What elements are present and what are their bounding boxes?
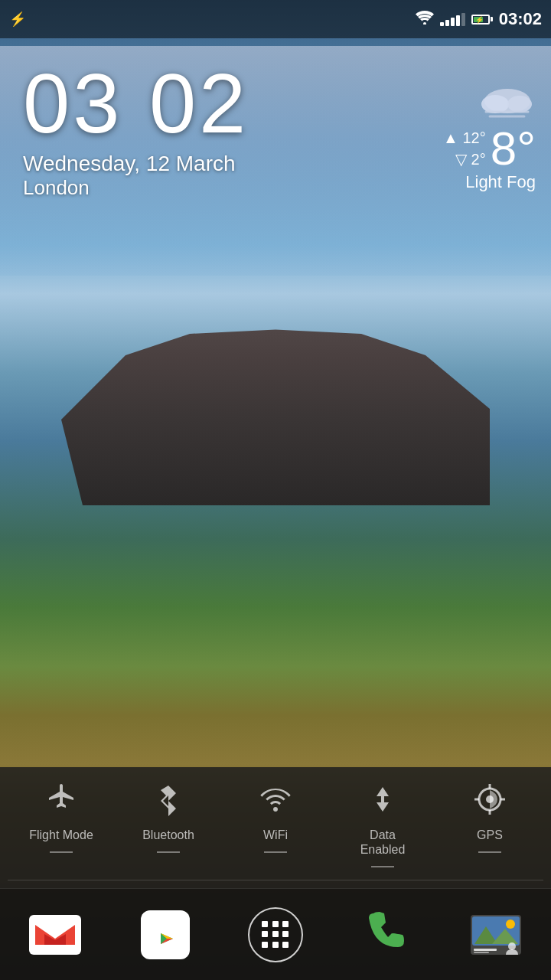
signal-bars bbox=[440, 13, 465, 26]
drawer-dot bbox=[262, 942, 268, 948]
qs-bluetooth-indicator bbox=[157, 851, 180, 853]
status-left: ⚡ bbox=[9, 11, 26, 28]
play-store-icon-wrap bbox=[138, 907, 193, 962]
bluetooth-icon bbox=[152, 782, 185, 822]
temp-low: 2° bbox=[471, 151, 486, 168]
wifi-status-icon bbox=[416, 11, 434, 28]
svg-point-27 bbox=[508, 942, 516, 950]
usb-icon: ⚡ bbox=[9, 11, 26, 28]
qs-flight-mode[interactable]: Flight Mode bbox=[8, 782, 115, 853]
dock-item-play-store[interactable] bbox=[138, 907, 193, 962]
temp-range: ▲ 12° ▽ 2° bbox=[443, 127, 486, 170]
gmail-icon bbox=[29, 915, 81, 955]
weather-temps: ▲ 12° ▽ 2° 8° bbox=[443, 125, 536, 172]
dock-item-app-drawer[interactable] bbox=[248, 907, 303, 962]
people-icon-wrap bbox=[468, 907, 523, 962]
quick-settings-panel: Flight Mode Bluetooth W bbox=[0, 767, 551, 888]
phone-icon bbox=[363, 907, 409, 962]
app-drawer-button[interactable] bbox=[248, 907, 303, 962]
qs-gps-label: GPS bbox=[477, 828, 503, 842]
phone-icon-wrap bbox=[358, 907, 413, 962]
dock-item-people[interactable] bbox=[468, 907, 523, 962]
svg-point-0 bbox=[423, 22, 426, 24]
people-icon bbox=[471, 915, 521, 955]
qs-wifi[interactable]: WiFi bbox=[222, 782, 329, 853]
drawer-dot bbox=[262, 931, 268, 937]
gps-icon bbox=[473, 782, 507, 822]
clock-widget[interactable]: 03 02 Wednesday, 12 March London bbox=[23, 61, 249, 200]
qs-separator bbox=[8, 880, 543, 880]
svg-rect-26 bbox=[474, 952, 489, 953]
battery-icon: ⚡ bbox=[471, 15, 493, 24]
qs-data-enabled-label: DataEnabled bbox=[360, 828, 406, 857]
status-right: ⚡ 03:02 bbox=[416, 9, 542, 29]
dock-item-gmail[interactable] bbox=[28, 907, 83, 962]
qs-flight-mode-label: Flight Mode bbox=[29, 828, 93, 842]
weather-icon-area bbox=[443, 84, 536, 122]
drawer-dot bbox=[282, 921, 289, 927]
qs-gps[interactable]: GPS bbox=[436, 782, 543, 853]
status-bar: ⚡ ⚡ 03 bbox=[0, 0, 551, 38]
temp-high: 12° bbox=[462, 129, 485, 146]
quick-settings-row: Flight Mode Bluetooth W bbox=[8, 782, 543, 867]
drawer-dot bbox=[272, 931, 279, 937]
drawer-dot bbox=[282, 942, 289, 948]
qs-data-enabled-indicator bbox=[371, 866, 394, 867]
svg-rect-25 bbox=[474, 949, 497, 951]
drawer-dot bbox=[262, 921, 268, 927]
qs-bluetooth-label: Bluetooth bbox=[142, 828, 194, 842]
qs-gps-indicator bbox=[478, 851, 501, 853]
svg-point-3 bbox=[507, 96, 532, 113]
qs-data-enabled[interactable]: DataEnabled bbox=[329, 782, 436, 867]
qs-wifi-label: WiFi bbox=[263, 828, 288, 842]
gmail-icon-wrap bbox=[28, 907, 83, 962]
qs-wifi-indicator bbox=[264, 851, 287, 853]
dock-item-phone[interactable] bbox=[358, 907, 413, 962]
weather-cloud-icon bbox=[478, 84, 536, 119]
flight-mode-icon bbox=[44, 782, 78, 822]
svg-point-2 bbox=[481, 95, 509, 113]
data-enabled-icon bbox=[366, 782, 399, 822]
dock bbox=[0, 888, 551, 980]
drawer-dot bbox=[272, 942, 279, 948]
temp-current: 8° bbox=[491, 125, 536, 172]
wifi-icon bbox=[259, 782, 292, 822]
drawer-dot bbox=[272, 921, 279, 927]
qs-bluetooth[interactable]: Bluetooth bbox=[115, 782, 222, 853]
drawer-dot bbox=[282, 931, 289, 937]
weather-widget[interactable]: ▲ 12° ▽ 2° 8° Light Fog bbox=[443, 84, 536, 192]
weather-condition: Light Fog bbox=[443, 172, 536, 192]
qs-flight-mode-indicator bbox=[50, 851, 73, 853]
play-store-icon bbox=[141, 910, 190, 959]
clock-location: London bbox=[23, 176, 249, 200]
clock-date: Wednesday, 12 March bbox=[23, 152, 249, 176]
clock-time: 03 02 bbox=[23, 61, 249, 145]
status-time: 03:02 bbox=[499, 9, 542, 29]
svg-point-24 bbox=[506, 920, 515, 929]
drawer-grid bbox=[262, 921, 289, 949]
